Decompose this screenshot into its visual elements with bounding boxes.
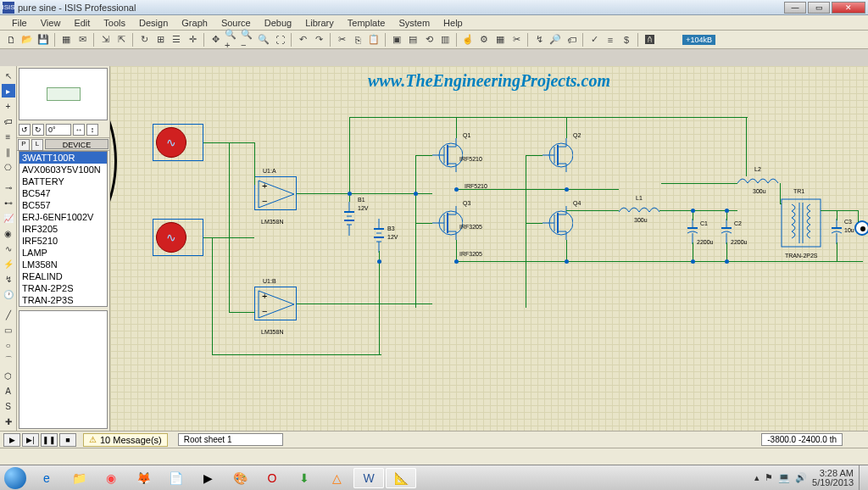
mosfet-q3[interactable] <box>432 206 463 240</box>
menu-library[interactable]: Library <box>298 16 341 30</box>
symbol-2d-icon[interactable]: S <box>2 399 15 413</box>
cut-icon[interactable]: ✂ <box>334 32 349 47</box>
component-mode-icon[interactable]: ▸ <box>2 84 15 97</box>
device-item[interactable]: ERJ-6ENF1002V <box>19 211 107 223</box>
menu-edit[interactable]: Edit <box>67 16 97 30</box>
open-icon[interactable]: 📂 <box>19 32 35 47</box>
mosfet-q2[interactable] <box>542 138 573 172</box>
rotate-ccw-icon[interactable]: ↺ <box>19 124 31 136</box>
sheet-name[interactable]: Root sheet 1 <box>178 433 284 446</box>
speaker-ls[interactable] <box>854 220 868 236</box>
device-item[interactable]: BATTERY <box>19 175 107 187</box>
taskbar-isis-icon[interactable]: 📐 <box>386 468 416 488</box>
device-item[interactable]: BC547 <box>19 187 107 199</box>
menu-debug[interactable]: Debug <box>258 16 298 30</box>
play-button[interactable]: ▶ <box>3 433 20 447</box>
selection-mode-icon[interactable]: ↖ <box>2 69 15 82</box>
bus-icon[interactable]: ∥ <box>2 145 15 159</box>
device-pin-icon[interactable]: ⊷ <box>2 196 15 209</box>
device-item[interactable]: LAMP <box>19 247 107 259</box>
battery-b1[interactable] <box>343 202 355 237</box>
import-icon[interactable]: ⇲ <box>97 32 113 47</box>
system-tray[interactable]: ▴ ⚑ 💻 🔊 3:28 AM 5/19/2013 <box>751 465 868 491</box>
arc-2d-icon[interactable]: ⌒ <box>2 354 15 367</box>
grid-icon[interactable]: ⊞ <box>153 32 168 47</box>
junction-icon[interactable]: + <box>2 99 15 113</box>
voltage-probe-icon[interactable]: ⚡ <box>2 257 15 270</box>
marker-2d-icon[interactable]: ✚ <box>2 415 15 428</box>
device-item[interactable]: LM358N <box>19 259 107 270</box>
center-icon[interactable]: ✥ <box>208 32 223 47</box>
print-area-icon[interactable]: ▦ <box>58 32 74 47</box>
maximize-button[interactable]: ▭ <box>808 2 830 14</box>
messages-button[interactable]: 10 Message(s) <box>83 433 168 447</box>
menu-source[interactable]: Source <box>214 16 258 30</box>
mosfet-q1[interactable] <box>432 138 463 172</box>
new-icon[interactable]: 🗋 <box>3 32 19 47</box>
inductor-l1[interactable] <box>619 203 661 217</box>
wire-label-icon[interactable]: 🏷 <box>2 114 15 128</box>
erc-icon[interactable]: ✓ <box>587 32 602 47</box>
start-button[interactable] <box>0 465 31 491</box>
undo-icon[interactable]: ↶ <box>295 32 310 47</box>
taskbar-notepad-icon[interactable]: 📄 <box>160 468 191 488</box>
taskbar-idm-icon[interactable]: ⬇ <box>289 468 320 488</box>
taskbar-opera-icon[interactable]: O <box>257 468 287 488</box>
device-item[interactable]: AVX0603Y5V100N <box>19 164 107 175</box>
property-icon[interactable]: 🏷 <box>564 32 579 47</box>
menu-design[interactable]: Design <box>132 16 175 30</box>
search-icon[interactable]: 🔎 <box>548 32 563 47</box>
library-button[interactable]: L <box>31 139 43 151</box>
instruments-icon[interactable]: 🕐 <box>2 287 15 301</box>
tray-clock[interactable]: 3:28 AM 5/19/2013 <box>812 469 854 487</box>
paste-icon[interactable]: 📋 <box>366 32 381 47</box>
copy-icon[interactable]: ⎘ <box>350 32 365 47</box>
device-item[interactable]: 3WATT100R <box>19 152 107 164</box>
refresh-icon[interactable]: ↻ <box>136 32 152 47</box>
stop-button[interactable]: ■ <box>59 433 76 447</box>
menu-view[interactable]: View <box>34 16 68 30</box>
zoom-in-icon[interactable]: 🔍+ <box>224 32 239 47</box>
bom-icon[interactable]: $ <box>619 32 634 47</box>
netlist-icon[interactable]: ≡ <box>603 32 618 47</box>
menu-file[interactable]: File <box>5 16 34 30</box>
line-2d-icon[interactable]: ╱ <box>2 308 15 321</box>
wire-autoroute-icon[interactable]: ↯ <box>531 32 547 47</box>
taskbar-paint-icon[interactable]: 🎨 <box>225 468 255 488</box>
ares-icon[interactable]: 🅰 <box>642 32 657 47</box>
layers-icon[interactable]: ☰ <box>169 32 184 47</box>
rotation-angle-input[interactable] <box>46 124 71 136</box>
make-device-icon[interactable]: ⚙ <box>476 32 492 47</box>
device-item[interactable]: TRAN-2P3S <box>19 294 107 306</box>
circle-2d-icon[interactable]: ○ <box>2 338 15 352</box>
mirror-v-icon[interactable]: ↕ <box>86 124 98 136</box>
menu-system[interactable]: System <box>392 16 437 30</box>
subcircuit-icon[interactable]: ⎔ <box>2 160 15 174</box>
origin-icon[interactable]: ✛ <box>185 32 200 47</box>
pause-button[interactable]: ❚❚ <box>41 433 58 447</box>
zoom-all-icon[interactable]: 🔍 <box>256 32 271 47</box>
taskbar-ie-icon[interactable]: e <box>31 468 62 488</box>
show-desktop-button[interactable] <box>859 465 865 491</box>
minimize-button[interactable]: — <box>784 2 806 14</box>
taskbar-wmp-icon[interactable]: ▶ <box>192 468 223 488</box>
block-move-icon[interactable]: ▤ <box>405 32 420 47</box>
device-item[interactable]: IRF5210 <box>19 235 107 247</box>
device-item[interactable]: REALIND <box>19 270 107 282</box>
block-rotate-icon[interactable]: ⟲ <box>421 32 437 47</box>
mosfet-q4[interactable] <box>542 206 573 240</box>
battery-b3[interactable] <box>373 219 385 254</box>
package-icon[interactable]: ▦ <box>492 32 508 47</box>
export-icon[interactable]: ⇱ <box>114 32 129 47</box>
tray-up-icon[interactable]: ▴ <box>754 472 760 483</box>
terminal-icon[interactable]: ⊸ <box>2 181 15 194</box>
close-button[interactable]: ✕ <box>832 2 865 14</box>
decompose-icon[interactable]: ✂ <box>509 32 524 47</box>
menu-tools[interactable]: Tools <box>97 16 132 30</box>
opamp-u1a[interactable]: +− <box>254 176 297 210</box>
inductor-l2[interactable] <box>737 175 780 188</box>
taskbar-firefox-icon[interactable]: 🦊 <box>128 468 159 488</box>
taskbar-chrome-icon[interactable]: ◉ <box>96 468 126 488</box>
opamp-u1b[interactable]: +− <box>254 287 297 320</box>
current-probe-icon[interactable]: ↯ <box>2 272 15 286</box>
